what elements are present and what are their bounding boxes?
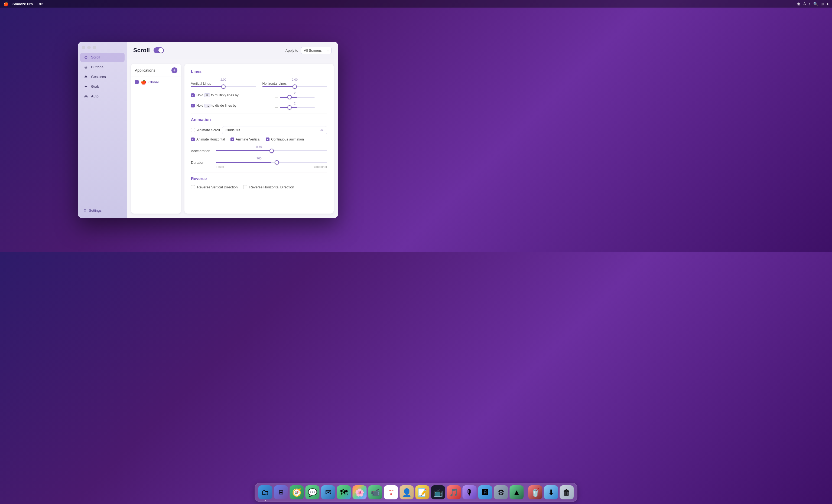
duration-label: Duration bbox=[191, 160, 213, 165]
sidebar-item-auto[interactable]: ◎ Auto bbox=[80, 92, 125, 101]
sidebar-item-scroll[interactable]: ⊙ Scroll bbox=[80, 53, 125, 62]
animate-checks-row: Animate Horizontal Animate Vertical Cont… bbox=[191, 137, 327, 141]
close-button[interactable] bbox=[82, 46, 85, 49]
applications-panel: Applications + 🍎 Global bbox=[131, 63, 181, 214]
add-application-button[interactable]: + bbox=[172, 68, 177, 73]
window-controls bbox=[82, 46, 96, 49]
hold-divide-item: Hold ⌥ to divide lines by bbox=[191, 102, 256, 109]
header: Scroll Apply to All Screens Main Screen bbox=[127, 42, 338, 59]
hold-multiply-row: Hold ⌘ to multiply lines by 2 — bbox=[191, 91, 327, 99]
hold-multiply-label: Hold ⌘ to multiply lines by bbox=[197, 94, 239, 97]
hold-multiply-checkbox[interactable] bbox=[191, 94, 195, 97]
reverse-horizontal-checkbox[interactable] bbox=[243, 185, 247, 189]
lines-section-title: Lines bbox=[191, 69, 327, 74]
hold-multiply-value: 2 bbox=[294, 91, 295, 95]
settings-nav-item[interactable]: ⚙ Settings bbox=[78, 205, 127, 218]
apply-to-label: Apply to bbox=[285, 49, 298, 53]
animate-horizontal-checkbox[interactable] bbox=[191, 137, 195, 141]
menu-bar: 🍎 Smooze Pro Edit 🗑 A ↑ 🔍 ⊞ ● bbox=[0, 0, 416, 7]
vertical-lines-group: 2.00 Vertical Lines bbox=[191, 78, 256, 87]
sidebar-item-grab[interactable]: ✦ Grab bbox=[80, 82, 125, 91]
hold-divide-dash: — bbox=[275, 106, 278, 109]
sidebar-item-buttons[interactable]: ⊛ Buttons bbox=[80, 62, 125, 72]
multiply-key: ⌘ bbox=[204, 94, 210, 97]
animate-horizontal-item: Animate Horizontal bbox=[191, 137, 225, 141]
main-content: Scroll Apply to All Screens Main Screen bbox=[127, 42, 338, 218]
easing-select[interactable]: CubicOut ✏ bbox=[222, 126, 327, 134]
sidebar-label-buttons: Buttons bbox=[91, 65, 103, 69]
sidebar-label-scroll: Scroll bbox=[91, 55, 100, 59]
duration-group: 700 Duration Faster Smoother bbox=[191, 157, 327, 168]
settings-icon: ⚙ bbox=[83, 208, 87, 212]
settings-label: Settings bbox=[89, 208, 102, 212]
apply-to-select-wrapper: All Screens Main Screen bbox=[301, 47, 332, 54]
acceleration-group: 0.50 Acceleration bbox=[191, 145, 327, 153]
horizontal-lines-group: 2.00 Horizontal Lines bbox=[262, 78, 328, 87]
animate-scroll-checkbox[interactable] bbox=[191, 128, 195, 132]
animate-vertical-item: Animate Vertical bbox=[231, 137, 260, 141]
hold-divide-slider[interactable] bbox=[280, 107, 315, 108]
easing-edit-icon[interactable]: ✏ bbox=[320, 128, 323, 132]
reverse-horizontal-label: Reverse Horizontal Direction bbox=[250, 185, 294, 189]
edit-menu[interactable]: Edit bbox=[36, 2, 43, 6]
apply-to-select[interactable]: All Screens Main Screen bbox=[301, 47, 332, 54]
app-global-label: Global bbox=[149, 80, 159, 84]
hold-divide-slider-group: 2 — bbox=[262, 102, 328, 109]
buttons-icon: ⊛ bbox=[83, 65, 88, 70]
acceleration-slider[interactable] bbox=[216, 150, 327, 151]
sidebar-nav: ⊙ Scroll ⊛ Buttons ✱ Gestures ✦ Grab bbox=[78, 53, 127, 205]
reverse-vertical-checkbox[interactable] bbox=[191, 185, 195, 189]
hold-multiply-dash: — bbox=[275, 95, 278, 99]
animate-scroll-label: Animate Scroll bbox=[197, 128, 220, 132]
scroll-toggle[interactable] bbox=[154, 47, 164, 53]
lines-grid: 2.00 Vertical Lines 2.00 Horizonta bbox=[191, 78, 327, 87]
app-global-item[interactable]: 🍎 Global bbox=[131, 77, 181, 87]
sidebar-label-auto: Auto bbox=[91, 94, 99, 98]
animate-vertical-label: Animate Vertical bbox=[236, 137, 260, 141]
scroll-icon: ⊙ bbox=[83, 55, 88, 60]
hold-divide-value: 2 bbox=[294, 102, 295, 105]
sidebar-label-grab: Grab bbox=[91, 84, 99, 88]
auto-icon: ◎ bbox=[83, 94, 88, 99]
duration-slider[interactable] bbox=[216, 162, 327, 163]
app-window: ⊙ Scroll ⊛ Buttons ✱ Gestures ✦ Grab bbox=[78, 42, 338, 218]
horizontal-lines-slider[interactable] bbox=[262, 86, 328, 87]
divide-key: ⌥ bbox=[204, 104, 210, 107]
lines-animation-divider bbox=[191, 113, 327, 113]
gestures-icon: ✱ bbox=[83, 75, 88, 79]
easing-value: CubicOut bbox=[226, 128, 240, 132]
animation-reverse-divider bbox=[191, 172, 327, 173]
settings-panel: Lines 2.00 Vertical Lines bbox=[184, 63, 334, 214]
panels-area: Applications + 🍎 Global Lines bbox=[127, 59, 338, 218]
app-name[interactable]: Smooze Pro bbox=[12, 2, 33, 6]
animate-horizontal-label: Animate Horizontal bbox=[197, 137, 225, 141]
desktop: ⊙ Scroll ⊛ Buttons ✱ Gestures ✦ Grab bbox=[0, 7, 416, 252]
sidebar-item-gestures[interactable]: ✱ Gestures bbox=[80, 72, 125, 81]
continuous-animation-label: Continuous animation bbox=[271, 137, 304, 141]
sidebar: ⊙ Scroll ⊛ Buttons ✱ Gestures ✦ Grab bbox=[78, 42, 127, 218]
sidebar-label-gestures: Gestures bbox=[91, 75, 106, 79]
hold-divide-row: Hold ⌥ to divide lines by 2 — bbox=[191, 102, 327, 109]
minimize-button[interactable] bbox=[87, 46, 91, 49]
hold-multiply-slider-group: 2 — bbox=[262, 91, 328, 99]
apple-menu[interactable]: 🍎 bbox=[3, 1, 9, 6]
page-title: Scroll bbox=[133, 47, 150, 54]
duration-hint-smoother: Smoother bbox=[314, 165, 327, 168]
animate-scroll-row: Animate Scroll CubicOut ✏ bbox=[191, 126, 327, 134]
applications-header: Applications + bbox=[131, 63, 181, 77]
acceleration-label: Acceleration bbox=[191, 149, 213, 153]
app-global-icon: 🍎 bbox=[141, 80, 146, 85]
continuous-animation-checkbox[interactable] bbox=[266, 137, 269, 141]
hold-multiply-slider[interactable] bbox=[280, 97, 315, 98]
fullscreen-button[interactable] bbox=[93, 46, 96, 49]
vertical-lines-slider[interactable] bbox=[191, 86, 256, 87]
animation-section-title: Animation bbox=[191, 117, 327, 122]
app-global-checkbox[interactable] bbox=[135, 80, 139, 84]
duration-value: 700 bbox=[257, 157, 261, 160]
applications-title: Applications bbox=[135, 68, 155, 73]
hold-divide-checkbox[interactable] bbox=[191, 104, 195, 107]
continuous-animation-item: Continuous animation bbox=[266, 137, 304, 141]
vertical-lines-value: 2.00 bbox=[191, 78, 256, 81]
duration-hint-faster: Faster bbox=[216, 165, 224, 168]
animate-vertical-checkbox[interactable] bbox=[231, 137, 234, 141]
